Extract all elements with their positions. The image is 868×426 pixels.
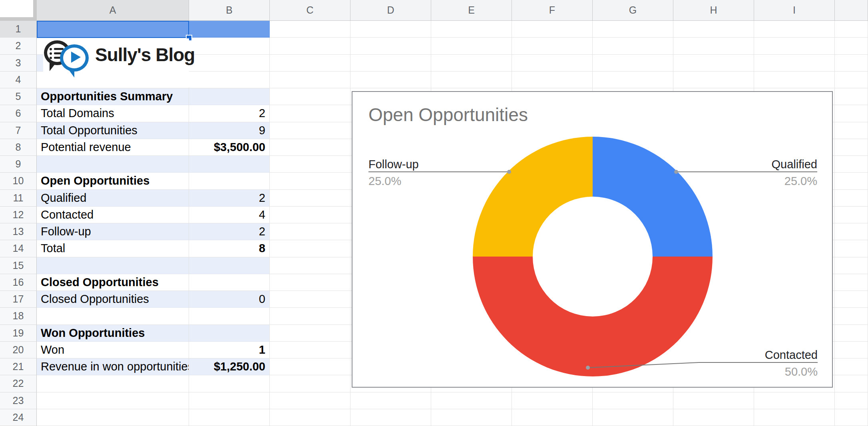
cell-A8[interactable]: Potential revenue (37, 139, 189, 156)
cell-C4[interactable] (270, 72, 350, 88)
cell-B6[interactable]: 2 (189, 105, 270, 122)
cell-J16[interactable] (835, 274, 868, 291)
cell-B14[interactable]: 8 (189, 240, 270, 257)
cell-B20[interactable]: 1 (189, 342, 270, 358)
cell-C10[interactable] (270, 173, 350, 189)
cell-D3[interactable] (350, 55, 431, 72)
cell-A21[interactable]: Revenue in won opportunities (37, 358, 189, 375)
cell-C8[interactable] (270, 139, 350, 156)
cell-C15[interactable] (270, 257, 350, 274)
cell-A24[interactable] (37, 409, 189, 426)
row-header-11[interactable]: 11 (0, 190, 37, 207)
column-header-D[interactable]: D (350, 0, 431, 21)
cell-J12[interactable] (835, 207, 868, 223)
cell-J20[interactable] (835, 342, 868, 358)
cell-F2[interactable] (512, 38, 593, 54)
cell-C17[interactable] (270, 291, 350, 308)
cell-A5[interactable]: Opportunities Summary (37, 88, 189, 105)
cell-B16[interactable] (189, 274, 270, 291)
cell-G3[interactable] (593, 55, 673, 72)
cell-B12[interactable]: 4 (189, 207, 270, 223)
cell-A16[interactable]: Closed Opportunities (37, 274, 189, 291)
row-header-6[interactable]: 6 (0, 105, 37, 122)
cell-C9[interactable] (270, 156, 350, 173)
cell-J14[interactable] (835, 240, 868, 257)
column-header-B[interactable]: B (189, 0, 270, 21)
cell-J15[interactable] (835, 257, 868, 274)
cell-A20[interactable]: Won (37, 342, 189, 358)
cell-J5[interactable] (835, 88, 868, 105)
cell-D1[interactable] (350, 21, 431, 38)
cell-J24[interactable] (835, 409, 868, 426)
cell-B8[interactable]: $3,500.00 (189, 139, 270, 156)
cell-I4[interactable] (754, 72, 835, 88)
cell-B4[interactable] (189, 72, 270, 88)
cell-I3[interactable] (754, 55, 835, 72)
row-header-20[interactable]: 20 (0, 342, 37, 358)
cell-A23[interactable] (37, 392, 189, 409)
column-header-stub[interactable] (835, 0, 868, 21)
cell-J2[interactable] (835, 38, 868, 54)
cell-E23[interactable] (431, 392, 512, 409)
row-header-21[interactable]: 21 (0, 358, 37, 375)
column-header-H[interactable]: H (673, 0, 754, 21)
cell-C20[interactable] (270, 342, 350, 358)
logo-image[interactable]: Sully's Blog (43, 38, 189, 88)
cell-D23[interactable] (350, 392, 431, 409)
cell-J9[interactable] (835, 156, 868, 173)
column-header-E[interactable]: E (431, 0, 512, 21)
cell-C12[interactable] (270, 207, 350, 223)
cell-J22[interactable] (835, 375, 868, 392)
chart-container[interactable]: Open Opportunities Follow-up 25.0% Quali… (352, 91, 833, 388)
cell-D2[interactable] (350, 38, 431, 54)
cell-C13[interactable] (270, 223, 350, 240)
row-header-22[interactable]: 22 (0, 375, 37, 392)
cell-H24[interactable] (673, 409, 754, 426)
row-header-17[interactable]: 17 (0, 291, 37, 308)
cell-A7[interactable]: Total Opportunities (37, 122, 189, 139)
cell-B17[interactable]: 0 (189, 291, 270, 308)
cell-C6[interactable] (270, 105, 350, 122)
cell-I1[interactable] (754, 21, 835, 38)
cell-C5[interactable] (270, 88, 350, 105)
cell-J19[interactable] (835, 325, 868, 342)
cell-A19[interactable]: Won Opportunities (37, 325, 189, 342)
cell-J11[interactable] (835, 190, 868, 207)
cell-B3[interactable] (189, 55, 270, 72)
cell-A22[interactable] (37, 375, 189, 392)
cell-H4[interactable] (673, 72, 754, 88)
cell-A14[interactable]: Total (37, 240, 189, 257)
cell-A13[interactable]: Follow-up (37, 223, 189, 240)
row-header-14[interactable]: 14 (0, 240, 37, 257)
row-header-9[interactable]: 9 (0, 156, 37, 173)
cell-E2[interactable] (431, 38, 512, 54)
column-header-A[interactable]: A (37, 0, 189, 21)
cell-B19[interactable] (189, 325, 270, 342)
row-header-1[interactable]: 1 (0, 21, 37, 38)
cell-F23[interactable] (512, 392, 593, 409)
cell-C3[interactable] (270, 55, 350, 72)
cell-B7[interactable]: 9 (189, 122, 270, 139)
cell-A10[interactable]: Open Opportunities (37, 173, 189, 189)
column-header-I[interactable]: I (754, 0, 835, 21)
cell-B11[interactable]: 2 (189, 190, 270, 207)
cell-D4[interactable] (350, 72, 431, 88)
cell-B15[interactable] (189, 257, 270, 274)
cell-C1[interactable] (270, 21, 350, 38)
cell-C7[interactable] (270, 122, 350, 139)
cell-C2[interactable] (270, 38, 350, 54)
row-header-12[interactable]: 12 (0, 207, 37, 223)
cell-F4[interactable] (512, 72, 593, 88)
cell-F3[interactable] (512, 55, 593, 72)
row-header-4[interactable]: 4 (0, 72, 37, 88)
cell-H2[interactable] (673, 38, 754, 54)
cell-C14[interactable] (270, 240, 350, 257)
cell-C22[interactable] (270, 375, 350, 392)
cell-B18[interactable] (189, 308, 270, 324)
cell-B13[interactable]: 2 (189, 223, 270, 240)
cell-B23[interactable] (189, 392, 270, 409)
cell-A18[interactable] (37, 308, 189, 324)
cell-J18[interactable] (835, 308, 868, 324)
cell-A11[interactable]: Qualified (37, 190, 189, 207)
row-header-24[interactable]: 24 (0, 409, 37, 426)
